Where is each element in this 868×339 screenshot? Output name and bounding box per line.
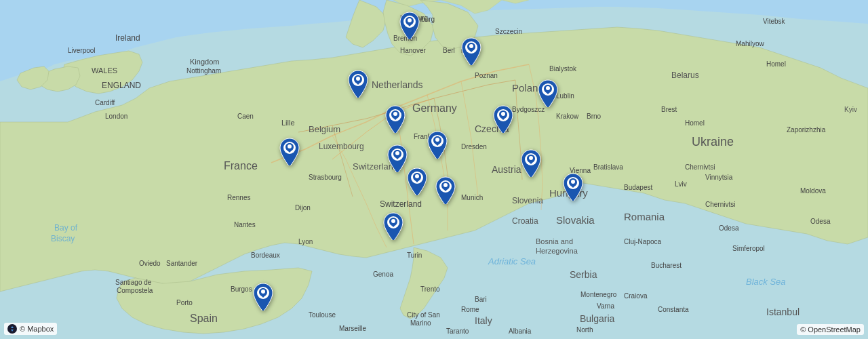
svg-text:Lille: Lille <box>281 119 295 127</box>
svg-text:Italy: Italy <box>475 315 492 326</box>
svg-text:Rome: Rome <box>461 306 479 313</box>
svg-text:London: London <box>105 113 127 120</box>
svg-text:Homel: Homel <box>685 119 705 127</box>
marker-munich[interactable] <box>405 167 429 198</box>
svg-text:Santiago de: Santiago de <box>115 279 152 286</box>
mapbox-attribution-text: © Mapbox <box>20 325 54 333</box>
svg-text:Adriatic Sea: Adriatic Sea <box>488 256 536 266</box>
svg-text:Kingdom: Kingdom <box>190 58 219 66</box>
map-container[interactable]: Bay of Biscay Adriatic Sea Black Sea Ire… <box>0 0 868 339</box>
marker-paris[interactable] <box>277 137 302 168</box>
svg-point-123 <box>415 174 419 178</box>
svg-text:Dresden: Dresden <box>461 143 487 151</box>
svg-text:Burgos: Burgos <box>231 285 252 293</box>
svg-text:Budapest: Budapest <box>624 184 652 191</box>
marker-innsbruck[interactable] <box>433 176 458 207</box>
svg-text:Mahilyow: Mahilyow <box>736 40 764 47</box>
svg-text:Nantes: Nantes <box>234 221 256 228</box>
svg-text:Hanover: Hanover <box>400 47 426 54</box>
svg-text:Black Sea: Black Sea <box>746 277 786 287</box>
svg-point-111 <box>393 112 397 116</box>
marker-hamburg[interactable] <box>397 11 422 42</box>
svg-text:Vitebsk: Vitebsk <box>763 18 786 25</box>
marker-vienna[interactable] <box>519 148 543 180</box>
svg-text:Switzerland: Switzerland <box>380 199 422 209</box>
osm-attribution: © OpenStreetMap <box>797 324 864 335</box>
marker-dusseldorf[interactable] <box>346 69 370 100</box>
svg-text:Kyiv: Kyiv <box>844 106 857 113</box>
svg-text:Genoa: Genoa <box>373 271 393 278</box>
svg-text:Belarus: Belarus <box>671 71 699 80</box>
svg-text:Taranto: Taranto <box>446 327 469 335</box>
svg-text:Austria: Austria <box>492 164 521 175</box>
svg-text:Odesa: Odesa <box>719 224 739 232</box>
svg-text:Brno: Brno <box>587 113 601 120</box>
svg-text:Chernivtsi: Chernivtsi <box>705 201 735 208</box>
marker-czechia[interactable] <box>491 104 515 136</box>
marker-hungary[interactable] <box>561 172 585 203</box>
svg-text:Moldova: Moldova <box>800 187 826 195</box>
svg-text:Constanta: Constanta <box>658 306 689 313</box>
svg-text:Lyon: Lyon <box>298 238 313 245</box>
marker-nuremberg[interactable] <box>425 130 450 161</box>
mapbox-attribution: © Mapbox <box>4 323 57 335</box>
svg-text:Cluj-Napoca: Cluj-Napoca <box>624 238 661 245</box>
svg-text:Bari: Bari <box>475 296 487 303</box>
svg-text:Cardiff: Cardiff <box>95 99 115 106</box>
svg-text:Munich: Munich <box>461 194 483 201</box>
svg-point-115 <box>288 144 292 148</box>
svg-point-127 <box>529 156 533 160</box>
svg-text:Liverpool: Liverpool <box>68 47 96 54</box>
marker-barcelona[interactable] <box>251 282 275 313</box>
svg-text:Szczecin: Szczecin <box>495 28 522 35</box>
svg-text:Chernivtsi: Chernivtsi <box>685 163 715 171</box>
svg-text:North: North <box>576 326 593 334</box>
svg-text:Turin: Turin <box>407 252 422 259</box>
svg-text:Strasbourg: Strasbourg <box>309 174 342 181</box>
svg-text:Craiova: Craiova <box>624 292 648 300</box>
svg-text:Luxembourg: Luxembourg <box>319 142 364 151</box>
svg-text:Compostela: Compostela <box>117 287 153 294</box>
marker-frankfurt[interactable] <box>383 104 408 136</box>
svg-point-134 <box>7 324 17 334</box>
svg-text:Zaporizhzhia: Zaporizhzhia <box>787 126 826 134</box>
svg-text:Bulgaria: Bulgaria <box>580 313 615 324</box>
svg-text:Spain: Spain <box>190 313 218 324</box>
svg-text:ENGLAND: ENGLAND <box>102 81 141 90</box>
osm-attribution-text: © OpenStreetMap <box>800 325 861 334</box>
svg-text:Montenegro: Montenegro <box>580 291 617 298</box>
svg-point-113 <box>546 86 550 90</box>
svg-text:Poznan: Poznan <box>475 72 498 79</box>
svg-point-131 <box>391 219 395 223</box>
svg-text:WALES: WALES <box>92 66 117 75</box>
svg-text:Bosnia and: Bosnia and <box>536 237 573 245</box>
svg-point-119 <box>435 138 439 142</box>
marker-berlin[interactable] <box>459 37 484 68</box>
svg-text:Dijon: Dijon <box>295 204 311 212</box>
svg-point-107 <box>469 44 473 48</box>
svg-text:Slovakia: Slovakia <box>556 214 595 226</box>
svg-point-125 <box>443 183 448 187</box>
svg-text:Odesa: Odesa <box>810 218 831 225</box>
svg-text:Brest: Brest <box>661 106 677 113</box>
svg-text:Nottingham: Nottingham <box>186 67 221 75</box>
svg-text:Porto: Porto <box>176 299 193 306</box>
svg-text:Toulouse: Toulouse <box>309 311 336 319</box>
marker-poland[interactable] <box>536 79 560 110</box>
svg-text:Ireland: Ireland <box>115 33 140 43</box>
svg-point-105 <box>408 18 412 22</box>
svg-text:Albania: Albania <box>509 327 532 335</box>
svg-text:Marino: Marino <box>410 319 431 327</box>
svg-text:Bordeaux: Bordeaux <box>251 252 280 259</box>
mapbox-logo-icon <box>7 324 17 334</box>
svg-text:France: France <box>224 160 258 172</box>
svg-text:Romania: Romania <box>624 211 665 222</box>
svg-text:Caen: Caen <box>237 113 254 120</box>
svg-point-109 <box>356 77 360 81</box>
map-background: Bay of Biscay Adriatic Sea Black Sea Ire… <box>0 0 868 339</box>
svg-text:Trento: Trento <box>420 285 440 293</box>
svg-point-133 <box>261 290 265 294</box>
svg-text:Homel: Homel <box>766 60 786 68</box>
svg-text:Istanbul: Istanbul <box>766 306 800 317</box>
marker-turin[interactable] <box>381 212 406 243</box>
